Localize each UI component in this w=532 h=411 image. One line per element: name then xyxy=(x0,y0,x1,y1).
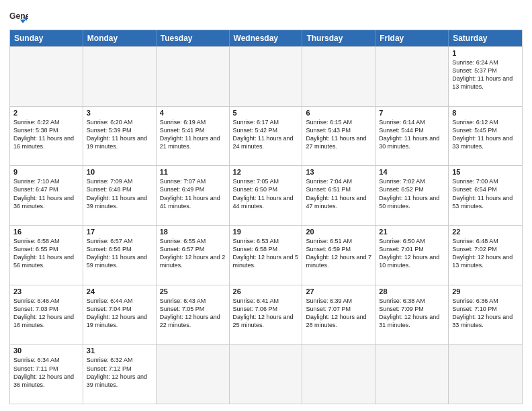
calendar-cell-empty xyxy=(375,47,449,106)
cell-info: Sunrise: 6:20 AM Sunset: 5:39 PM Dayligh… xyxy=(87,118,152,151)
calendar-day-4: 4Sunrise: 6:19 AM Sunset: 5:41 PM Daylig… xyxy=(157,107,230,166)
calendar-day-20: 20Sunrise: 6:51 AM Sunset: 6:59 PM Dayli… xyxy=(302,226,375,285)
cell-info: Sunrise: 6:19 AM Sunset: 5:41 PM Dayligh… xyxy=(160,118,226,151)
day-number: 31 xyxy=(87,347,152,355)
calendar-day-11: 11Sunrise: 7:07 AM Sunset: 6:49 PM Dayli… xyxy=(157,166,230,225)
day-number: 7 xyxy=(379,109,445,117)
day-number: 1 xyxy=(452,49,519,57)
day-number: 8 xyxy=(452,109,519,117)
calendar-day-18: 18Sunrise: 6:55 AM Sunset: 6:57 PM Dayli… xyxy=(157,226,230,285)
header: General xyxy=(9,7,523,26)
calendar-cell-empty xyxy=(83,47,157,106)
weekday-header-monday: Monday xyxy=(83,30,157,46)
calendar-day-31: 31Sunrise: 6:32 AM Sunset: 7:12 PM Dayli… xyxy=(83,345,157,404)
calendar-day-24: 24Sunrise: 6:44 AM Sunset: 7:04 PM Dayli… xyxy=(83,285,157,345)
day-number: 9 xyxy=(13,168,79,176)
day-number: 24 xyxy=(87,287,152,295)
day-number: 19 xyxy=(233,228,299,236)
day-number: 20 xyxy=(306,228,371,236)
day-number: 13 xyxy=(306,168,371,176)
calendar-day-7: 7Sunrise: 6:14 AM Sunset: 5:44 PM Daylig… xyxy=(375,107,449,166)
weekday-header-sunday: Sunday xyxy=(10,30,83,46)
cell-info: Sunrise: 6:14 AM Sunset: 5:44 PM Dayligh… xyxy=(379,118,445,151)
cell-info: Sunrise: 6:15 AM Sunset: 5:43 PM Dayligh… xyxy=(306,118,371,151)
cell-info: Sunrise: 7:02 AM Sunset: 6:52 PM Dayligh… xyxy=(379,177,445,210)
day-number: 25 xyxy=(160,287,226,295)
cell-info: Sunrise: 7:00 AM Sunset: 6:54 PM Dayligh… xyxy=(452,177,519,210)
day-number: 26 xyxy=(233,287,299,295)
calendar-cell-empty xyxy=(449,345,522,404)
day-number: 16 xyxy=(13,228,79,236)
day-number: 3 xyxy=(87,109,152,117)
calendar-cell-empty xyxy=(302,47,375,106)
calendar-cell-empty xyxy=(157,47,230,106)
cell-info: Sunrise: 6:53 AM Sunset: 6:58 PM Dayligh… xyxy=(233,237,299,270)
calendar-cell-empty xyxy=(10,47,83,106)
cell-info: Sunrise: 6:46 AM Sunset: 7:03 PM Dayligh… xyxy=(13,297,79,330)
calendar-day-15: 15Sunrise: 7:00 AM Sunset: 6:54 PM Dayli… xyxy=(449,166,522,225)
cell-info: Sunrise: 6:51 AM Sunset: 6:59 PM Dayligh… xyxy=(306,237,371,270)
cell-info: Sunrise: 6:57 AM Sunset: 6:56 PM Dayligh… xyxy=(87,237,152,270)
cell-info: Sunrise: 7:04 AM Sunset: 6:51 PM Dayligh… xyxy=(306,177,371,210)
calendar-day-30: 30Sunrise: 6:34 AM Sunset: 7:11 PM Dayli… xyxy=(10,345,83,404)
cell-info: Sunrise: 6:12 AM Sunset: 5:45 PM Dayligh… xyxy=(452,118,519,151)
cell-info: Sunrise: 6:58 AM Sunset: 6:55 PM Dayligh… xyxy=(13,237,79,270)
cell-info: Sunrise: 7:09 AM Sunset: 6:48 PM Dayligh… xyxy=(87,177,152,210)
cell-info: Sunrise: 6:22 AM Sunset: 5:38 PM Dayligh… xyxy=(13,118,79,151)
day-number: 22 xyxy=(452,228,519,236)
cell-info: Sunrise: 7:05 AM Sunset: 6:50 PM Dayligh… xyxy=(233,177,299,210)
calendar-day-2: 2Sunrise: 6:22 AM Sunset: 5:38 PM Daylig… xyxy=(10,107,83,166)
cell-info: Sunrise: 6:34 AM Sunset: 7:11 PM Dayligh… xyxy=(13,356,79,389)
calendar-day-17: 17Sunrise: 6:57 AM Sunset: 6:56 PM Dayli… xyxy=(83,226,157,285)
weekday-header-friday: Friday xyxy=(375,30,449,46)
day-number: 4 xyxy=(160,109,226,117)
day-number: 11 xyxy=(160,168,226,176)
day-number: 18 xyxy=(160,228,226,236)
svg-marker-1 xyxy=(20,19,26,23)
day-number: 2 xyxy=(13,109,79,117)
weekday-header-saturday: Saturday xyxy=(449,30,522,46)
calendar-header: SundayMondayTuesdayWednesdayThursdayFrid… xyxy=(10,30,522,46)
calendar-day-23: 23Sunrise: 6:46 AM Sunset: 7:03 PM Dayli… xyxy=(10,285,83,345)
calendar-day-13: 13Sunrise: 7:04 AM Sunset: 6:51 PM Dayli… xyxy=(302,166,375,225)
day-number: 29 xyxy=(452,287,519,295)
day-number: 28 xyxy=(379,287,445,295)
cell-info: Sunrise: 6:43 AM Sunset: 7:05 PM Dayligh… xyxy=(160,297,226,330)
cell-info: Sunrise: 6:38 AM Sunset: 7:09 PM Dayligh… xyxy=(379,297,445,330)
cell-info: Sunrise: 6:17 AM Sunset: 5:42 PM Dayligh… xyxy=(233,118,299,151)
calendar-row-1: 1Sunrise: 6:24 AM Sunset: 5:37 PM Daylig… xyxy=(10,46,522,106)
calendar-day-6: 6Sunrise: 6:15 AM Sunset: 5:43 PM Daylig… xyxy=(302,107,375,166)
cell-info: Sunrise: 6:39 AM Sunset: 7:07 PM Dayligh… xyxy=(306,297,371,330)
calendar-day-3: 3Sunrise: 6:20 AM Sunset: 5:39 PM Daylig… xyxy=(83,107,157,166)
calendar-day-26: 26Sunrise: 6:41 AM Sunset: 7:06 PM Dayli… xyxy=(230,285,303,345)
calendar-day-12: 12Sunrise: 7:05 AM Sunset: 6:50 PM Dayli… xyxy=(230,166,303,225)
calendar-row-5: 23Sunrise: 6:46 AM Sunset: 7:03 PM Dayli… xyxy=(10,285,522,345)
cell-info: Sunrise: 6:50 AM Sunset: 7:01 PM Dayligh… xyxy=(379,237,445,270)
calendar-row-6: 30Sunrise: 6:34 AM Sunset: 7:11 PM Dayli… xyxy=(10,344,522,404)
calendar-day-19: 19Sunrise: 6:53 AM Sunset: 6:58 PM Dayli… xyxy=(230,226,303,285)
cell-info: Sunrise: 6:36 AM Sunset: 7:10 PM Dayligh… xyxy=(452,297,519,330)
calendar-day-1: 1Sunrise: 6:24 AM Sunset: 5:37 PM Daylig… xyxy=(449,47,522,106)
calendar-day-9: 9Sunrise: 7:10 AM Sunset: 6:47 PM Daylig… xyxy=(10,166,83,225)
cell-info: Sunrise: 6:48 AM Sunset: 7:02 PM Dayligh… xyxy=(452,237,519,270)
calendar-day-10: 10Sunrise: 7:09 AM Sunset: 6:48 PM Dayli… xyxy=(83,166,157,225)
calendar-day-16: 16Sunrise: 6:58 AM Sunset: 6:55 PM Dayli… xyxy=(10,226,83,285)
cell-info: Sunrise: 6:32 AM Sunset: 7:12 PM Dayligh… xyxy=(87,356,152,389)
weekday-header-wednesday: Wednesday xyxy=(230,30,303,46)
day-number: 5 xyxy=(233,109,299,117)
calendar-day-28: 28Sunrise: 6:38 AM Sunset: 7:09 PM Dayli… xyxy=(375,285,449,345)
day-number: 17 xyxy=(87,228,152,236)
calendar-day-25: 25Sunrise: 6:43 AM Sunset: 7:05 PM Dayli… xyxy=(157,285,230,345)
day-number: 21 xyxy=(379,228,445,236)
weekday-header-thursday: Thursday xyxy=(302,30,375,46)
generalblue-logo-icon: General xyxy=(9,7,28,26)
day-number: 30 xyxy=(13,347,79,355)
calendar-cell-empty xyxy=(302,345,375,404)
day-number: 15 xyxy=(452,168,519,176)
day-number: 10 xyxy=(87,168,152,176)
calendar-cell-empty xyxy=(375,345,449,404)
day-number: 14 xyxy=(379,168,445,176)
calendar-cell-empty xyxy=(230,345,303,404)
cell-info: Sunrise: 6:24 AM Sunset: 5:37 PM Dayligh… xyxy=(452,58,519,91)
cell-info: Sunrise: 7:10 AM Sunset: 6:47 PM Dayligh… xyxy=(13,177,79,210)
